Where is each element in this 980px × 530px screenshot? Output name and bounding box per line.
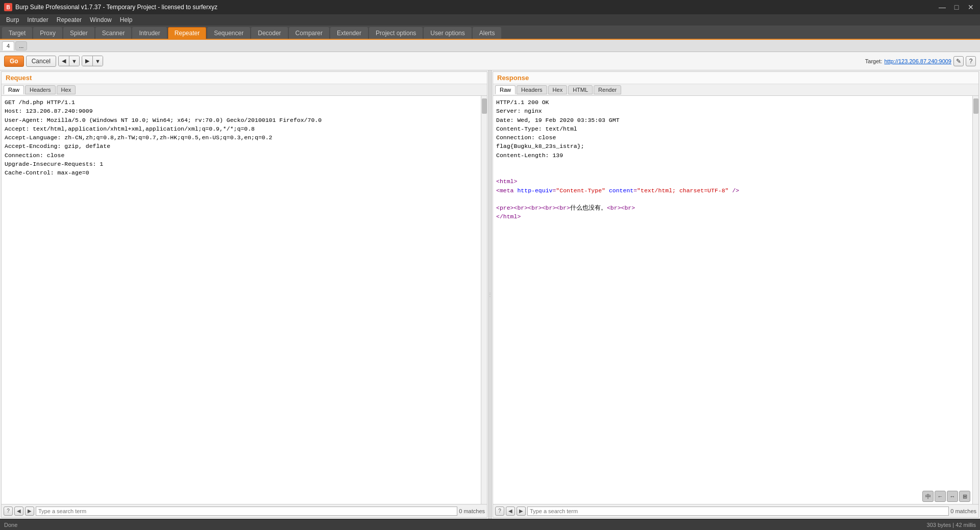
response-matches-label: 0 matches bbox=[950, 508, 976, 514]
tab-target[interactable]: Target bbox=[2, 27, 32, 39]
response-icon-chinese[interactable]: 中 bbox=[922, 491, 934, 502]
response-header: Response bbox=[493, 72, 978, 84]
response-search-next[interactable]: ▶ bbox=[517, 507, 526, 516]
tab-intruder[interactable]: Intruder bbox=[132, 27, 166, 39]
response-tabs: Raw Headers Hex HTML Render bbox=[493, 84, 978, 96]
response-scrollbar-thumb bbox=[973, 98, 978, 114]
nav-prev-down-button[interactable]: ▼ bbox=[69, 56, 79, 66]
cancel-button[interactable]: Cancel bbox=[26, 56, 56, 67]
response-icon-left[interactable]: ← bbox=[935, 491, 946, 502]
menu-repeater[interactable]: Repeater bbox=[53, 15, 86, 24]
tab-sequencer[interactable]: Sequencer bbox=[207, 27, 250, 39]
nav-prev-button[interactable]: ◀ bbox=[59, 56, 69, 66]
menu-window[interactable]: Window bbox=[86, 15, 116, 24]
tab-decoder[interactable]: Decoder bbox=[251, 27, 287, 39]
tab-comparer[interactable]: Comparer bbox=[289, 27, 329, 39]
response-search-input[interactable] bbox=[527, 507, 949, 516]
main-content: Request Raw Headers Hex GET /hd.php HTTP… bbox=[0, 70, 980, 519]
request-tabs: Raw Headers Hex bbox=[2, 84, 487, 96]
close-button[interactable]: ✕ bbox=[966, 2, 976, 12]
tab-project-options[interactable]: Project options bbox=[369, 27, 423, 39]
minimize-button[interactable]: — bbox=[937, 2, 947, 12]
repeater-tab-bar: 4 ... bbox=[0, 40, 980, 52]
target-url[interactable]: http://123.206.87.240:9009 bbox=[884, 58, 951, 64]
status-bytes: 303 bytes | 42 millis bbox=[927, 522, 976, 528]
response-icons: 中 ← ↔ ⊞ bbox=[922, 491, 970, 502]
target-info: Target: http://123.206.87.240:9009 ✎ ? bbox=[865, 56, 976, 66]
tab-alerts[interactable]: Alerts bbox=[473, 27, 502, 39]
target-label: Target: bbox=[865, 58, 883, 64]
toolbar: Go Cancel ◀ ▼ ▶ ▼ Target: http://123.206… bbox=[0, 52, 980, 70]
tab-proxy[interactable]: Proxy bbox=[33, 27, 62, 39]
panel-divider[interactable]: ⋮ bbox=[488, 70, 492, 519]
tab-scanner[interactable]: Scanner bbox=[95, 27, 132, 39]
title-bar-left: B Burp Suite Professional v1.7.37 - Temp… bbox=[4, 3, 217, 11]
request-tab-headers[interactable]: Headers bbox=[25, 85, 56, 94]
maximize-button[interactable]: □ bbox=[951, 2, 962, 12]
go-button[interactable]: Go bbox=[4, 56, 24, 67]
window-title: Burp Suite Professional v1.7.37 - Tempor… bbox=[15, 4, 217, 11]
request-header: Request bbox=[2, 72, 487, 84]
title-bar: B Burp Suite Professional v1.7.37 - Temp… bbox=[0, 0, 980, 14]
status-text: Done bbox=[4, 522, 17, 528]
target-edit-button[interactable]: ✎ bbox=[953, 56, 964, 66]
request-scrollbar-thumb bbox=[482, 98, 487, 114]
tab-user-options[interactable]: User options bbox=[424, 27, 471, 39]
nav-next-button[interactable]: ▶ bbox=[82, 56, 93, 66]
response-panel: Response Raw Headers Hex HTML Render HTT… bbox=[493, 71, 979, 518]
response-search-help[interactable]: ? bbox=[495, 507, 504, 516]
response-tab-headers[interactable]: Headers bbox=[517, 85, 547, 94]
tab-extender[interactable]: Extender bbox=[330, 27, 368, 39]
request-search-input[interactable] bbox=[36, 507, 457, 516]
request-panel: Request Raw Headers Hex GET /hd.php HTTP… bbox=[1, 71, 487, 518]
request-search-help[interactable]: ? bbox=[4, 507, 13, 516]
request-text-content[interactable]: GET /hd.php HTTP/1.1 Host: 123.206.87.24… bbox=[2, 96, 481, 504]
tab-repeater[interactable]: Repeater bbox=[168, 27, 206, 39]
nav-prev-group: ◀ ▼ bbox=[58, 56, 80, 66]
request-search-next[interactable]: ▶ bbox=[25, 507, 34, 516]
response-content-area: HTTP/1.1 200 OK Server: nginx Date: Wed,… bbox=[493, 96, 978, 504]
status-bar: Done 303 bytes | 42 millis bbox=[0, 519, 980, 530]
target-help-button[interactable]: ? bbox=[966, 56, 976, 66]
request-tab-raw[interactable]: Raw bbox=[4, 85, 24, 94]
request-search-prev[interactable]: ◀ bbox=[14, 507, 23, 516]
nav-next-group: ▶ ▼ bbox=[82, 56, 103, 66]
response-tab-raw[interactable]: Raw bbox=[495, 85, 516, 94]
request-search-bar: ? ◀ ▶ 0 matches bbox=[2, 504, 487, 517]
response-tab-hex[interactable]: Hex bbox=[548, 85, 568, 94]
main-tab-bar: Target Proxy Spider Scanner Intruder Rep… bbox=[0, 26, 980, 40]
response-text-content[interactable]: HTTP/1.1 200 OK Server: nginx Date: Wed,… bbox=[493, 96, 972, 504]
response-search-prev[interactable]: ◀ bbox=[506, 507, 515, 516]
response-icon-right[interactable]: ↔ bbox=[947, 491, 958, 502]
repeater-tab-ellipsis[interactable]: ... bbox=[15, 41, 27, 51]
request-scrollbar[interactable] bbox=[481, 96, 487, 504]
menu-help[interactable]: Help bbox=[116, 15, 137, 24]
response-tab-html[interactable]: HTML bbox=[568, 85, 593, 94]
response-search-bar: ? ◀ ▶ 0 matches bbox=[493, 504, 978, 517]
response-tab-render[interactable]: Render bbox=[594, 85, 621, 94]
repeater-tab-4[interactable]: 4 bbox=[2, 41, 14, 51]
app-icon: B bbox=[4, 3, 12, 11]
menu-bar: Burp Intruder Repeater Window Help bbox=[0, 14, 980, 26]
menu-burp[interactable]: Burp bbox=[2, 15, 23, 24]
response-scrollbar[interactable] bbox=[972, 96, 978, 504]
request-content-area: GET /hd.php HTTP/1.1 Host: 123.206.87.24… bbox=[2, 96, 487, 504]
request-tab-hex[interactable]: Hex bbox=[57, 85, 76, 94]
request-matches-label: 0 matches bbox=[459, 508, 485, 514]
tab-spider[interactable]: Spider bbox=[63, 27, 94, 39]
title-bar-controls: — □ ✕ bbox=[937, 2, 976, 12]
nav-next-down-button[interactable]: ▼ bbox=[93, 56, 103, 66]
response-icon-grid[interactable]: ⊞ bbox=[959, 491, 970, 502]
menu-intruder[interactable]: Intruder bbox=[23, 15, 52, 24]
